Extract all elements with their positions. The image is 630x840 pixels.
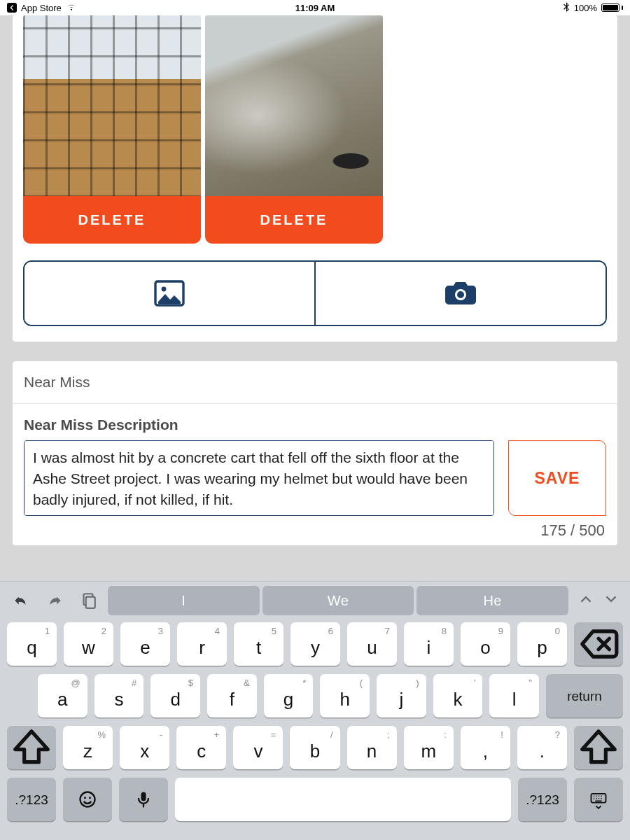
wifi-icon <box>66 3 77 13</box>
space-key[interactable] <box>175 778 511 821</box>
field-label: Near Miss Description <box>24 416 606 433</box>
svg-rect-9 <box>141 792 146 802</box>
battery-icon <box>601 4 623 12</box>
numbers-key[interactable]: .?123 <box>518 778 567 821</box>
key-s[interactable]: #s <box>94 674 144 718</box>
char-counter: 175 / 500 <box>24 522 606 540</box>
svg-rect-5 <box>86 597 95 608</box>
section-title: Near Miss <box>13 361 617 403</box>
suggestion-bar: I We He <box>108 586 568 615</box>
key-v[interactable]: =v <box>233 726 283 769</box>
emoji-key[interactable] <box>63 778 112 821</box>
key-n[interactable]: ;n <box>347 726 397 769</box>
image-icon <box>154 280 185 307</box>
svg-point-8 <box>89 797 91 799</box>
key-g[interactable]: *g <box>264 674 314 718</box>
virtual-keyboard: I We He 1q2w3e4r5t6y7u8i9o0p @a#s$d&f*g(… <box>0 581 630 840</box>
key-h[interactable]: (h <box>320 674 370 718</box>
suggestion[interactable]: I <box>108 586 260 615</box>
key-l[interactable]: "l <box>489 674 539 718</box>
photo-thumbnail[interactable] <box>23 15 201 197</box>
back-to-app-icon[interactable] <box>7 3 17 13</box>
key-,[interactable]: !, <box>461 726 510 769</box>
redo-button[interactable] <box>41 587 69 615</box>
back-app-label[interactable]: App Store <box>21 3 62 13</box>
key-y[interactable]: 6y <box>290 622 340 666</box>
key-a[interactable]: @a <box>38 674 88 718</box>
chevron-down-icon[interactable] <box>603 592 619 610</box>
shift-key[interactable] <box>7 726 56 769</box>
svg-point-6 <box>80 792 95 807</box>
camera-button[interactable] <box>314 262 606 325</box>
hide-keyboard-key[interactable] <box>574 778 623 821</box>
suggestion[interactable]: He <box>416 586 568 615</box>
bluetooth-icon <box>563 2 570 14</box>
key-j[interactable]: )j <box>377 674 426 718</box>
shift-key[interactable] <box>574 726 623 769</box>
key-p[interactable]: 0p <box>517 622 567 666</box>
key-f[interactable]: &f <box>207 674 257 718</box>
photo-thumbnail[interactable] <box>205 15 383 197</box>
key-t[interactable]: 5t <box>234 622 284 666</box>
key-i[interactable]: 8i <box>404 622 454 666</box>
content-area: DELETE DELETE Near Miss Near Miss Descri… <box>0 15 630 581</box>
key-.[interactable]: ?. <box>517 726 567 769</box>
key-o[interactable]: 9o <box>461 622 510 666</box>
suggestion[interactable]: We <box>262 586 414 615</box>
camera-icon <box>444 279 477 307</box>
return-key[interactable]: return <box>546 674 623 718</box>
backspace-key[interactable] <box>574 622 623 666</box>
photo-item: DELETE <box>205 15 383 244</box>
photos-card: DELETE DELETE <box>13 15 617 342</box>
key-e[interactable]: 3e <box>120 622 170 666</box>
key-w[interactable]: 2w <box>64 622 113 666</box>
status-bar: App Store 11:09 AM 100% <box>0 0 630 15</box>
save-button[interactable]: SAVE <box>508 440 606 516</box>
numbers-key[interactable]: .?123 <box>7 778 56 821</box>
gallery-button[interactable] <box>24 262 314 325</box>
key-d[interactable]: $d <box>150 674 200 718</box>
svg-point-3 <box>457 291 464 298</box>
key-x[interactable]: -x <box>120 726 169 769</box>
svg-point-7 <box>84 797 86 799</box>
dictation-key[interactable] <box>119 778 168 821</box>
chevron-up-icon[interactable] <box>578 592 594 610</box>
description-input[interactable] <box>24 440 494 516</box>
clipboard-button[interactable] <box>74 587 102 615</box>
add-photo-row <box>23 260 607 326</box>
key-c[interactable]: +c <box>176 726 226 769</box>
near-miss-card: Near Miss Near Miss Description SAVE 175… <box>13 361 617 545</box>
key-m[interactable]: :m <box>404 726 454 769</box>
delete-photo-button[interactable]: DELETE <box>205 196 383 244</box>
clock: 11:09 AM <box>295 3 335 13</box>
key-u[interactable]: 7u <box>347 622 397 666</box>
photo-item: DELETE <box>23 15 201 244</box>
delete-photo-button[interactable]: DELETE <box>23 196 201 244</box>
battery-percent: 100% <box>574 3 597 13</box>
key-q[interactable]: 1q <box>7 622 57 666</box>
key-k[interactable]: 'k <box>433 674 483 718</box>
key-z[interactable]: %z <box>63 726 113 769</box>
undo-button[interactable] <box>7 587 35 615</box>
svg-point-1 <box>162 287 167 292</box>
key-r[interactable]: 4r <box>177 622 227 666</box>
key-b[interactable]: /b <box>290 726 340 769</box>
